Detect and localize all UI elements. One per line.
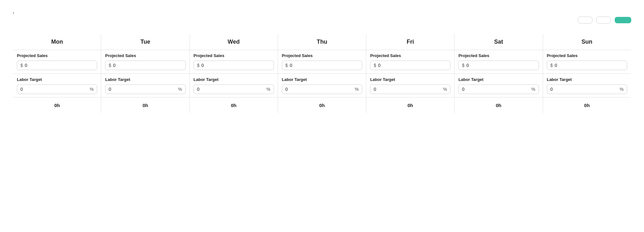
- projected-sales-input-group-thu: $: [282, 61, 362, 70]
- labor-target-input-group-tue: %: [105, 84, 185, 94]
- labor-target-block-sun: Labor Target%: [543, 74, 631, 97]
- currency-prefix-mon: $: [20, 63, 23, 68]
- day-header-tue: Tue: [101, 34, 190, 50]
- projected-sales-block-fri: Projected Sales$: [366, 50, 454, 74]
- labor-target-label-wed: Labor Target: [194, 77, 274, 82]
- hours-cell-mon: 0h: [13, 98, 101, 113]
- labor-target-input-sat[interactable]: [462, 87, 529, 92]
- labor-target-input-group-wed: %: [194, 84, 274, 94]
- currency-prefix-thu: $: [285, 63, 288, 68]
- days-header-row: MonTueWedThuFriSatSun: [13, 34, 631, 50]
- currency-prefix-wed: $: [197, 63, 200, 68]
- day-header-mon: Mon: [13, 34, 101, 50]
- day-header-sun: Sun: [543, 34, 631, 50]
- day-cell-wed: Projected Sales$Labor Target%: [190, 50, 278, 98]
- projected-sales-input-group-sat: $: [458, 61, 539, 70]
- percent-suffix-fri: %: [443, 87, 447, 92]
- projected-sales-label-sat: Projected Sales: [458, 53, 539, 58]
- labor-target-block-tue: Labor Target%: [101, 74, 189, 97]
- labor-target-input-sun[interactable]: [550, 87, 618, 92]
- edit-name-button[interactable]: [578, 17, 592, 24]
- labor-target-input-tue[interactable]: [109, 87, 176, 92]
- day-header-fri: Fri: [366, 34, 454, 50]
- day-cell-sat: Projected Sales$Labor Target%: [454, 50, 543, 98]
- projected-sales-input-group-sun: $: [547, 61, 627, 70]
- day-cell-thu: Projected Sales$Labor Target%: [278, 50, 366, 98]
- day-header-wed: Wed: [190, 34, 278, 50]
- projected-sales-label-tue: Projected Sales: [105, 53, 185, 58]
- percent-suffix-wed: %: [266, 87, 270, 92]
- percent-suffix-thu: %: [355, 87, 359, 92]
- projected-sales-label-thu: Projected Sales: [282, 53, 362, 58]
- projected-sales-input-wed[interactable]: [201, 63, 270, 68]
- labor-target-input-group-fri: %: [370, 84, 450, 94]
- currency-prefix-fri: $: [374, 63, 376, 68]
- schedule-table: MonTueWedThuFriSatSun Projected Sales$La…: [13, 34, 631, 113]
- day-cell-mon: Projected Sales$Labor Target%: [13, 50, 101, 98]
- hours-cell-wed: 0h: [190, 98, 278, 113]
- labor-target-input-group-mon: %: [17, 84, 97, 94]
- percent-suffix-tue: %: [178, 87, 182, 92]
- labor-target-input-group-sat: %: [458, 84, 539, 94]
- labor-target-block-thu: Labor Target%: [278, 74, 366, 97]
- labor-target-label-sat: Labor Target: [458, 77, 539, 82]
- percent-suffix-sun: %: [620, 87, 624, 92]
- labor-target-label-thu: Labor Target: [282, 77, 362, 82]
- projected-sales-input-fri[interactable]: [378, 63, 447, 68]
- labor-target-block-sat: Labor Target%: [454, 74, 542, 97]
- labor-target-block-mon: Labor Target%: [13, 74, 101, 97]
- projected-sales-block-mon: Projected Sales$: [13, 50, 101, 74]
- projected-sales-input-sat[interactable]: [466, 63, 535, 68]
- projected-sales-label-sun: Projected Sales: [547, 53, 627, 58]
- percent-suffix-sat: %: [531, 87, 535, 92]
- labor-target-label-tue: Labor Target: [105, 77, 185, 82]
- percent-suffix-mon: %: [90, 87, 94, 92]
- projected-sales-input-group-tue: $: [105, 61, 185, 70]
- currency-prefix-sat: $: [462, 63, 464, 68]
- hours-cell-fri: 0h: [366, 98, 454, 113]
- labor-target-input-wed[interactable]: [197, 87, 265, 92]
- add-shift-button[interactable]: [615, 17, 631, 23]
- labor-target-block-fri: Labor Target%: [366, 74, 454, 97]
- day-cell-fri: Projected Sales$Labor Target%: [366, 50, 454, 98]
- projected-sales-input-group-mon: $: [17, 61, 97, 70]
- projected-sales-block-sat: Projected Sales$: [454, 50, 542, 74]
- labor-target-input-thu[interactable]: [285, 87, 353, 92]
- projected-sales-input-mon[interactable]: [25, 63, 94, 68]
- day-header-sat: Sat: [454, 34, 543, 50]
- labor-target-block-wed: Labor Target%: [190, 74, 278, 97]
- projected-sales-block-sun: Projected Sales$: [543, 50, 631, 74]
- labor-target-label-sun: Labor Target: [547, 77, 627, 82]
- projected-sales-input-sun[interactable]: [555, 63, 624, 68]
- day-cell-tue: Projected Sales$Labor Target%: [101, 50, 190, 98]
- back-link[interactable]: ‹: [13, 10, 16, 15]
- projected-sales-block-wed: Projected Sales$: [190, 50, 278, 74]
- projected-sales-input-thu[interactable]: [290, 63, 359, 68]
- labor-target-label-mon: Labor Target: [17, 77, 97, 82]
- projected-sales-block-tue: Projected Sales$: [101, 50, 189, 74]
- labor-target-input-group-thu: %: [282, 84, 362, 94]
- labor-target-input-fri[interactable]: [374, 87, 441, 92]
- projected-sales-input-group-wed: $: [194, 61, 274, 70]
- hours-cell-sun: 0h: [543, 98, 631, 113]
- currency-prefix-tue: $: [109, 63, 111, 68]
- projected-sales-label-mon: Projected Sales: [17, 53, 97, 58]
- projected-sales-label-wed: Projected Sales: [194, 53, 274, 58]
- day-cell-sun: Projected Sales$Labor Target%: [543, 50, 631, 98]
- hours-row: 0h0h0h0h0h0h0h: [13, 98, 631, 113]
- labor-target-label-fri: Labor Target: [370, 77, 450, 82]
- hours-cell-thu: 0h: [278, 98, 366, 113]
- back-chevron-icon: ‹: [13, 10, 14, 15]
- labor-target-input-group-sun: %: [547, 84, 627, 94]
- projected-sales-block-thu: Projected Sales$: [278, 50, 366, 74]
- currency-prefix-sun: $: [550, 63, 553, 68]
- projected-sales-label-fri: Projected Sales: [370, 53, 450, 58]
- copy-template-button[interactable]: [596, 17, 611, 24]
- hours-cell-sat: 0h: [454, 98, 543, 113]
- hours-cell-tue: 0h: [101, 98, 190, 113]
- labor-target-input-mon[interactable]: [20, 87, 88, 92]
- day-header-thu: Thu: [278, 34, 366, 50]
- content-row: Projected Sales$Labor Target%Projected S…: [13, 50, 631, 98]
- projected-sales-input-group-fri: $: [370, 61, 450, 70]
- projected-sales-input-tue[interactable]: [113, 63, 182, 68]
